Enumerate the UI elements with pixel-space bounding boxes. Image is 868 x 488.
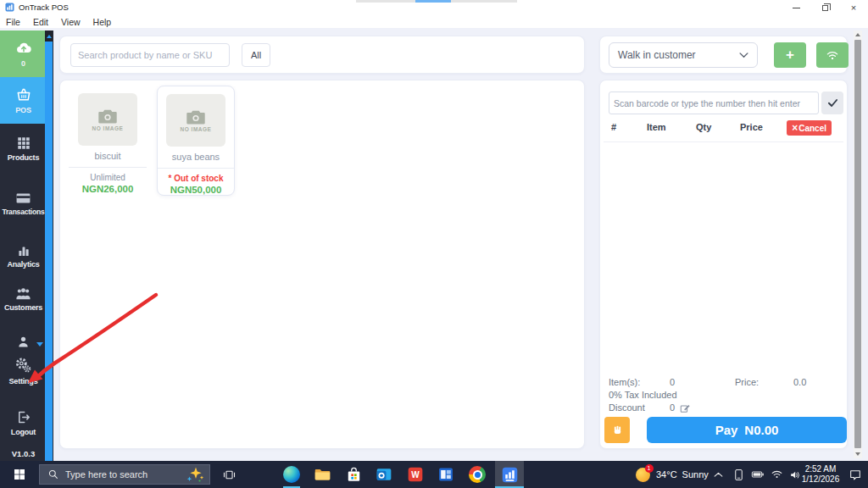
- triangle-up-icon: [855, 33, 860, 36]
- weather-text[interactable]: 34°C Sunny: [656, 461, 709, 488]
- weather-temp: 34°C: [656, 469, 677, 480]
- weather-tray-button[interactable]: 1: [632, 461, 653, 488]
- no-image-placeholder: NO IMAGE: [166, 94, 225, 147]
- customer-select[interactable]: Walk in customer: [609, 42, 758, 68]
- copilot-icon: [253, 466, 270, 483]
- column-number: #: [611, 122, 616, 132]
- taskbar-search-input[interactable]: [65, 469, 175, 480]
- camera-icon: [97, 108, 118, 124]
- chevron-up-icon: [713, 470, 724, 479]
- bar-chart-icon: [16, 244, 31, 258]
- price-value: 0.0: [793, 377, 806, 387]
- wps-office-icon: W: [407, 466, 424, 483]
- sidebar-item-analytics[interactable]: Analytics: [0, 244, 47, 269]
- taskbar-app-wps-office[interactable]: W: [400, 461, 431, 488]
- sidebar-item-customers[interactable]: Customers: [0, 286, 47, 312]
- divider: [604, 141, 843, 142]
- menu-view[interactable]: View: [61, 17, 81, 27]
- items-value: 0: [670, 377, 675, 387]
- add-customer-button[interactable]: +: [774, 42, 806, 68]
- tray-network-button[interactable]: [766, 461, 787, 488]
- microsoft-store-icon: [346, 467, 362, 483]
- taskbar-search-box[interactable]: [39, 464, 210, 485]
- sidebar-scrollbar[interactable]: [45, 30, 53, 461]
- pay-amount: N0.00: [744, 423, 778, 437]
- horizontal-scrollbar[interactable]: [356, 0, 517, 3]
- pay-button[interactable]: Pay N0.00: [647, 417, 847, 443]
- app-version: V1.0.3: [0, 449, 47, 458]
- product-name: biscuit: [94, 151, 120, 161]
- notification-badge: 1: [645, 464, 654, 473]
- no-image-placeholder: NO IMAGE: [78, 93, 137, 146]
- product-availability: Unlimited: [90, 173, 125, 182]
- menu-file[interactable]: File: [6, 17, 20, 27]
- product-search-card: All: [59, 36, 585, 74]
- triangle-up-icon: [47, 35, 52, 38]
- task-view-button[interactable]: [215, 461, 242, 488]
- sidebar-item-label: Transactions: [2, 208, 44, 216]
- cancel-order-button[interactable]: × Cancel: [787, 120, 832, 136]
- file-explorer-icon: [314, 467, 331, 482]
- taskbar-app-blue-window[interactable]: [431, 461, 461, 488]
- action-center-button[interactable]: [844, 461, 866, 488]
- task-view-icon: [222, 468, 236, 482]
- main-scrollbar[interactable]: [854, 30, 862, 458]
- discount-label: Discount: [609, 402, 645, 413]
- wifi-icon: [825, 48, 840, 62]
- tray-battery-button[interactable]: [748, 461, 768, 488]
- sidebar-item-settings[interactable]: Settings: [0, 357, 47, 385]
- taskbar: W 1 34°C Sunny: [0, 461, 868, 488]
- close-button[interactable]: ×: [839, 0, 868, 15]
- edit-discount-icon[interactable]: [680, 403, 690, 413]
- scroll-up-button[interactable]: [854, 30, 862, 39]
- sidebar-item-products[interactable]: Products: [0, 136, 47, 162]
- card-icon: [15, 191, 31, 205]
- scroll-down-button[interactable]: [854, 450, 862, 458]
- tax-note: 0% Tax Included: [609, 390, 677, 400]
- wifi-sync-button[interactable]: [816, 42, 849, 68]
- taskbar-app-edge[interactable]: [276, 461, 307, 488]
- taskbar-app-ontrack-pos[interactable]: [495, 461, 524, 488]
- ontrack-pos-icon: [501, 466, 519, 484]
- product-card-biscuit[interactable]: NO IMAGE biscuit Unlimited NGN26,000: [69, 86, 147, 196]
- customer-card: Walk in customer +: [599, 36, 848, 74]
- gears-icon: [14, 357, 32, 374]
- tray-phone-button[interactable]: [729, 461, 748, 488]
- x-icon: ×: [792, 122, 798, 134]
- discount-value: 0: [670, 402, 675, 413]
- sidebar-item-logout[interactable]: Logout: [0, 409, 47, 436]
- window-titlebar: OnTrack POS ×: [0, 0, 868, 15]
- taskbar-app-file-explorer[interactable]: [307, 461, 337, 488]
- sidebar-item-label: Settings: [9, 377, 38, 385]
- menu-edit[interactable]: Edit: [33, 17, 48, 27]
- sidebar-scroll-up-button[interactable]: [45, 30, 53, 42]
- product-search-input[interactable]: [70, 43, 230, 67]
- chrome-icon: [469, 466, 486, 483]
- sidebar-item-transactions[interactable]: Transactions: [0, 191, 47, 216]
- restore-button[interactable]: [810, 0, 839, 15]
- product-card-suya-beans[interactable]: NO IMAGE suya beans * Out of stock NGN50…: [157, 86, 235, 196]
- chevron-down-icon[interactable]: [36, 342, 43, 347]
- taskbar-clock[interactable]: 2:52 AM 1/12/2026: [798, 461, 843, 488]
- sidebar-item-upload[interactable]: 0: [0, 30, 47, 77]
- taskbar-app-outlook[interactable]: [369, 461, 399, 488]
- start-button[interactable]: [0, 461, 39, 488]
- no-image-label: NO IMAGE: [92, 125, 124, 131]
- minimize-button[interactable]: [782, 0, 810, 15]
- tray-show-hidden-icons-button[interactable]: [709, 461, 727, 488]
- hold-order-button[interactable]: [604, 417, 630, 443]
- taskbar-app-store[interactable]: [338, 461, 369, 488]
- confirm-barcode-button[interactable]: [821, 92, 843, 114]
- sidebar-item-pos[interactable]: POS: [0, 77, 47, 124]
- window-title: OnTrack POS: [19, 3, 69, 12]
- filter-all-button[interactable]: All: [242, 43, 270, 67]
- menu-help[interactable]: Help: [93, 17, 112, 27]
- outlook-icon: [376, 467, 392, 482]
- barcode-input[interactable]: [609, 92, 819, 114]
- weather-condition: Sunny: [682, 469, 709, 480]
- taskbar-app-copilot[interactable]: [246, 461, 276, 488]
- main-scrollbar-thumb[interactable]: [854, 40, 861, 448]
- horizontal-scrollbar-thumb[interactable]: [415, 0, 451, 3]
- taskbar-app-chrome[interactable]: [462, 461, 492, 488]
- cloud-upload-icon: [14, 40, 34, 57]
